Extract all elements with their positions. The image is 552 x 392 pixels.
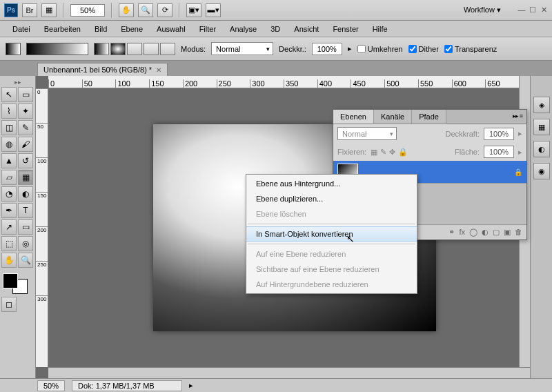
tab-ebenen[interactable]: Ebenen [333, 110, 374, 124]
ctx-hintergrund-reduzieren: Auf Hintergrundebene reduzieren [246, 277, 417, 292]
document-tab[interactable]: Unbenannt-1 bei 50% (RGB/8) * ✕ [37, 63, 168, 76]
layer-fx-icon[interactable]: fx [459, 228, 465, 237]
opacity-field[interactable]: 100% [312, 43, 342, 55]
adjustment-layer-icon[interactable]: ◐ [482, 228, 489, 237]
menu-analyse[interactable]: Analyse [224, 23, 262, 35]
angle-gradient-icon[interactable] [127, 43, 142, 55]
type-tool[interactable]: T [18, 203, 33, 218]
move-tool[interactable]: ↖ [1, 87, 17, 102]
umkehren-checkbox[interactable]: Umkehren [357, 45, 403, 53]
gradient-preview[interactable] [26, 43, 88, 55]
hand-tool[interactable]: ✋ [1, 253, 17, 268]
transparenz-checkbox[interactable]: Transparenz [444, 45, 497, 53]
menu-ebene[interactable]: Ebene [115, 23, 148, 35]
menu-filter[interactable]: Filter [194, 23, 221, 35]
menu-3d[interactable]: 3D [265, 23, 286, 35]
stamp-tool[interactable]: ▲ [1, 153, 17, 168]
layer-mask-icon[interactable]: ◯ [469, 228, 477, 237]
swatches-dock-icon[interactable]: ▦ [533, 119, 550, 135]
tool-preset-picker[interactable] [6, 43, 21, 55]
menu-bearbeiten[interactable]: Bearbeiten [39, 23, 86, 35]
hand-tool-icon[interactable]: ✋ [119, 3, 134, 17]
lock-position-icon[interactable]: ✥ [389, 148, 395, 157]
3d-tool[interactable]: ⬚ [1, 236, 17, 251]
arrange-docs-button[interactable]: ▣▾ [186, 3, 201, 17]
horizontal-scrollbar[interactable] [48, 367, 530, 378]
layer-fill-field[interactable]: 100% [484, 146, 514, 158]
tab-pfade[interactable]: Pfade [412, 110, 446, 124]
history-brush-tool[interactable]: ↺ [18, 153, 33, 168]
camera-dock-icon[interactable]: ◉ [533, 163, 550, 179]
workspace-switcher[interactable]: Workflow ▾ [457, 3, 508, 17]
lock-all-icon[interactable]: 🔒 [398, 148, 408, 157]
status-docinfo[interactable]: Dok: 1,37 MB/1,37 MB [72, 380, 182, 391]
layer-group-icon[interactable]: ▢ [493, 228, 500, 237]
wand-tool[interactable]: ✦ [18, 104, 33, 119]
panel-menu-icon[interactable]: ▸▸ ≡ [509, 110, 526, 124]
app-logo: Ps [4, 3, 18, 17]
close-button[interactable]: ✕ [540, 6, 548, 14]
foreground-color[interactable] [3, 273, 18, 288]
status-arrow-icon[interactable]: ▸ [189, 381, 193, 390]
diamond-gradient-icon[interactable] [160, 43, 175, 55]
shape-tool[interactable]: ▭ [18, 219, 33, 235]
brush-tool[interactable]: 🖌 [18, 137, 33, 152]
pen-tool[interactable]: ✒ [1, 203, 17, 218]
screen-mode-dropdown[interactable]: ▬▾ [206, 3, 221, 17]
menu-auswahl[interactable]: Auswahl [151, 23, 191, 35]
fixieren-label: Fixieren: [337, 148, 366, 156]
status-zoom[interactable]: 50% [37, 380, 65, 391]
zoom-level[interactable]: 50% [70, 4, 105, 17]
link-layers-icon[interactable]: ⚭ [448, 228, 455, 237]
blur-tool[interactable]: ◔ [1, 186, 17, 202]
quickmask-button[interactable]: ◻ [1, 297, 17, 312]
adjustments-dock-icon[interactable]: ◐ [533, 141, 550, 157]
ctx-ebene-aus-hintergrund[interactable]: Ebene aus Hintergrund... [246, 176, 417, 191]
eraser-tool[interactable]: ▱ [1, 170, 17, 185]
screen-mode-button[interactable]: ▦ [41, 3, 57, 17]
options-bar: Modus: Normal Deckkr.: 100% ▸ Umkehren D… [0, 37, 552, 61]
new-layer-icon[interactable]: ▣ [504, 228, 511, 237]
separator [63, 3, 64, 18]
tab-kanaele[interactable]: Kanäle [374, 110, 412, 124]
eyedropper-tool[interactable]: ✎ [18, 120, 33, 135]
arrow-icon[interactable]: ▸ [518, 148, 522, 157]
arrow-icon[interactable]: ▸ [518, 129, 522, 138]
crop-tool[interactable]: ◫ [1, 120, 17, 135]
ctx-smart-objekt-konvertieren[interactable]: In Smart-Objekt konvertieren [246, 226, 417, 242]
lasso-tool[interactable]: ⌇ [1, 104, 17, 119]
lock-transparency-icon[interactable]: ▦ [371, 148, 377, 157]
camera-tool[interactable]: ◎ [18, 236, 33, 251]
ctx-ebene-duplizieren[interactable]: Ebene duplizieren... [246, 191, 417, 206]
layer-opacity-field[interactable]: 100% [484, 128, 514, 140]
arrow-icon[interactable]: ▸ [348, 44, 352, 53]
bridge-button[interactable]: Br [22, 3, 37, 17]
dither-checkbox[interactable]: Dither [408, 45, 439, 53]
linear-gradient-icon[interactable] [94, 43, 109, 55]
title-bar: Ps Br ▦ 50% ✋ 🔍 ⟳ ▣▾ ▬▾ Workflow ▾ — ☐ ✕ [0, 0, 552, 21]
minimize-button[interactable]: — [518, 6, 526, 14]
menu-fenster[interactable]: Fenster [327, 23, 364, 35]
zoom-tool[interactable]: 🔍 [18, 253, 33, 268]
color-swatches[interactable] [1, 272, 29, 295]
marquee-tool[interactable]: ▭ [18, 87, 33, 102]
dodge-tool[interactable]: ◐ [18, 186, 33, 202]
heal-tool[interactable]: ◍ [1, 137, 17, 152]
menu-bild[interactable]: Bild [89, 23, 112, 35]
path-tool[interactable]: ↗ [1, 219, 17, 235]
radial-gradient-icon[interactable] [110, 43, 126, 55]
menu-datei[interactable]: Datei [7, 23, 36, 35]
close-tab-icon[interactable]: ✕ [156, 66, 161, 74]
layer-blend-dropdown[interactable]: Normal [337, 127, 397, 140]
layers-dock-icon[interactable]: ◈ [533, 97, 550, 113]
lock-paint-icon[interactable]: ✎ [380, 148, 386, 157]
maximize-button[interactable]: ☐ [529, 6, 537, 14]
rotate-view-icon[interactable]: ⟳ [157, 3, 172, 17]
blend-mode-dropdown[interactable]: Normal [211, 42, 273, 55]
reflected-gradient-icon[interactable] [144, 43, 159, 55]
menu-ansicht[interactable]: Ansicht [288, 23, 324, 35]
delete-layer-icon[interactable]: 🗑 [515, 228, 522, 237]
menu-hilfe[interactable]: Hilfe [367, 23, 393, 35]
zoom-tool-icon[interactable]: 🔍 [138, 3, 153, 17]
gradient-tool[interactable]: ▦ [18, 170, 33, 185]
